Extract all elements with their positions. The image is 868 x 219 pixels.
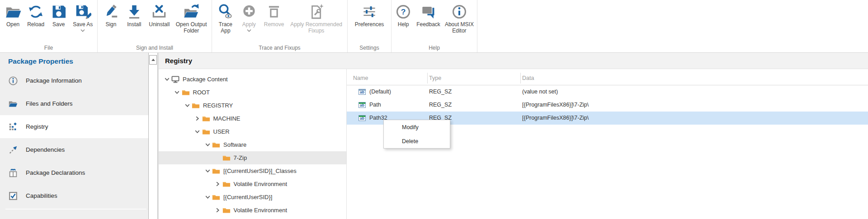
- chevron-down-icon[interactable]: [173, 89, 182, 96]
- preferences-button[interactable]: Preferences: [354, 3, 386, 28]
- ribbon-group-label: Sign and Install: [98, 45, 212, 51]
- about-msix-editor-button[interactable]: About MSIXEditor: [443, 3, 475, 34]
- column-header-data[interactable]: Data: [522, 72, 534, 85]
- ribbon-button-label: Remove: [264, 22, 284, 28]
- list-header: Name Type Data: [347, 72, 868, 85]
- sign-button[interactable]: Sign: [101, 3, 121, 28]
- chevron-down-icon[interactable]: [183, 102, 192, 109]
- value-data: [{ProgramFilesX86}]\7-Zip\: [522, 98, 589, 112]
- sidebar-item-label: Package Declarations: [26, 169, 85, 176]
- open-button[interactable]: Open: [3, 3, 23, 28]
- trace-app-button[interactable]: TraceApp: [216, 3, 236, 34]
- value-type: REG_SZ: [429, 85, 452, 98]
- sidebar-scrollbar[interactable]: [148, 53, 158, 219]
- tree-item-machine[interactable]: MACHINE: [159, 112, 346, 125]
- sidebar-item-label: Registry: [26, 123, 48, 130]
- chevron-down-icon[interactable]: [203, 168, 212, 174]
- tree-item-7-zip[interactable]: 7-Zip: [159, 151, 346, 164]
- sidebar-item-capabilities[interactable]: Capabilities: [0, 184, 148, 207]
- save-button[interactable]: Save: [49, 3, 69, 28]
- list-rows: ab (Default) REG_SZ (value not set) ab P…: [347, 85, 868, 125]
- checkbox-icon: [8, 191, 18, 201]
- reg-sz-icon: ab: [359, 89, 366, 95]
- folder-icon: [202, 128, 210, 135]
- folder-icon: [192, 102, 200, 109]
- ribbon-button-label: Preferences: [355, 22, 384, 28]
- tree-item-volatile-environment[interactable]: Volatile Environment: [159, 177, 346, 191]
- tree-item-currentusersid-classes[interactable]: [{CurrentUserSID}]_Classes: [159, 164, 346, 177]
- save-as-icon: [74, 3, 91, 20]
- dependencies-arrow-icon: [8, 145, 18, 155]
- chevron-down-icon[interactable]: [203, 194, 212, 200]
- chevron-right-icon[interactable]: [213, 181, 222, 187]
- sidebar-item-package-information[interactable]: Package Information: [0, 69, 148, 92]
- ribbon-button-label: Save: [52, 22, 65, 28]
- sign-icon: [102, 3, 119, 20]
- gift-box-icon: [8, 168, 18, 178]
- ribbon-button-label: Open OutputFolder: [176, 22, 207, 34]
- context-menu-item-modify[interactable]: Modify: [384, 120, 450, 134]
- registry-value-row-default[interactable]: ab (Default) REG_SZ (value not set): [347, 85, 868, 98]
- apply-icon: [241, 3, 258, 20]
- tree-item-software[interactable]: Software: [159, 138, 346, 151]
- value-data: (value not set): [522, 85, 558, 98]
- tree-item-label: USER: [213, 128, 230, 135]
- dropdown-chevron-icon[interactable]: [80, 29, 85, 33]
- save-as-button[interactable]: Save As: [71, 3, 94, 33]
- tree-item-label: MACHINE: [213, 115, 241, 122]
- registry-icon: [8, 122, 18, 132]
- tree-item-label: 7-Zip: [234, 154, 247, 161]
- column-separator[interactable]: [520, 73, 521, 84]
- preferences-icon: [361, 3, 378, 20]
- tree-item-volatile-environment[interactable]: Volatile Environment: [159, 204, 346, 217]
- tree-item-root[interactable]: ROOT: [159, 86, 346, 99]
- chevron-down-icon[interactable]: [203, 141, 212, 148]
- context-menu-item-label: Modify: [402, 124, 419, 130]
- registry-value-row-path[interactable]: ab Path REG_SZ [{ProgramFilesX86}]\7-Zip…: [347, 98, 868, 112]
- help-icon: [395, 3, 412, 20]
- install-button[interactable]: Install: [124, 3, 144, 28]
- tree-item-user[interactable]: USER: [159, 125, 346, 138]
- help-button[interactable]: Help: [393, 3, 413, 28]
- chevron-down-icon[interactable]: [162, 76, 171, 83]
- open-output-folder-icon: [183, 3, 200, 20]
- sidebar-item-package-declarations[interactable]: Package Declarations: [0, 161, 148, 184]
- remove-button[interactable]: Remove: [263, 3, 286, 28]
- uninstall-icon: [151, 3, 168, 20]
- sidebar-item-registry[interactable]: Registry: [0, 115, 148, 138]
- about-msix-editor-icon: [451, 3, 468, 20]
- tree-item-label: REGISTRY: [203, 102, 233, 109]
- folder-icon: [182, 89, 190, 96]
- column-separator[interactable]: [427, 73, 428, 84]
- folder-icon: [222, 181, 231, 188]
- ribbon-group-label: File: [0, 45, 97, 51]
- column-header-type[interactable]: Type: [429, 72, 441, 85]
- sidebar-item-files-and-folders[interactable]: Files and Folders: [0, 92, 148, 115]
- reload-button[interactable]: Reload: [26, 3, 46, 28]
- apply-recommended-fixups-button[interactable]: Apply RecommendedFixups: [289, 3, 344, 34]
- chevron-right-icon[interactable]: [213, 207, 222, 214]
- tree-item-label: Software: [223, 141, 246, 148]
- tree-item-package-content[interactable]: Package Content: [159, 73, 346, 86]
- scrollbar-up-button[interactable]: [149, 55, 157, 65]
- apply-button[interactable]: Apply: [239, 3, 259, 33]
- uninstall-button[interactable]: Uninstall: [147, 3, 171, 28]
- tree-item-registry[interactable]: REGISTRY: [159, 99, 346, 112]
- ribbon-toolbar: Open Reload Save Save As File Sign Insta…: [0, 0, 868, 53]
- feedback-button[interactable]: Feedback: [415, 3, 442, 28]
- dropdown-chevron-icon[interactable]: [246, 29, 252, 33]
- sidebar-item-dependencies[interactable]: Dependencies: [0, 138, 148, 161]
- context-menu-item-label: Delete: [402, 138, 418, 144]
- chevron-right-icon[interactable]: [193, 115, 202, 122]
- context-menu-item-delete[interactable]: Delete: [384, 134, 450, 148]
- tree-item-label: [{CurrentUserSID}]: [223, 194, 272, 200]
- tree-item-currentusersid[interactable]: [{CurrentUserSID}]: [159, 191, 346, 204]
- sidebar-item-label: Package Information: [26, 77, 82, 84]
- main-panel: Registry Package Content ROOT REGISTRY M…: [158, 53, 868, 219]
- chevron-down-icon[interactable]: [193, 128, 202, 135]
- open-output-folder-button[interactable]: Open OutputFolder: [175, 3, 208, 34]
- column-header-name[interactable]: Name: [353, 72, 368, 85]
- ribbon-button-label: Help: [398, 22, 409, 28]
- folder-icon: [212, 168, 220, 175]
- value-data: [{ProgramFilesX86}]\7-Zip\: [522, 112, 589, 125]
